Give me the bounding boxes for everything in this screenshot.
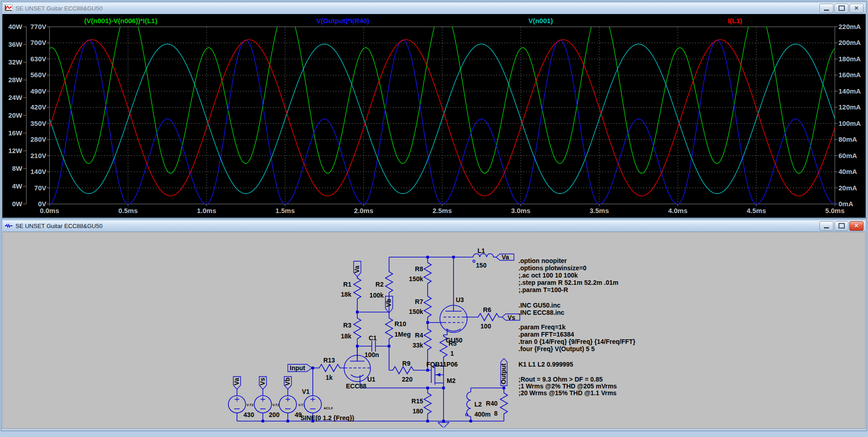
ground-icon[interactable] (438, 422, 449, 427)
svg-text:ECC88: ECC88 (346, 382, 366, 390)
maximize-button[interactable] (834, 4, 848, 13)
minimize-button[interactable] (819, 4, 833, 13)
resistor-R15[interactable]: R15 180 (411, 392, 431, 415)
maximize-icon (838, 5, 845, 11)
flag-vs-r6[interactable]: Vs (502, 314, 520, 321)
plot-area[interactable]: (V(n001)-V(n006))*I(L1) V(Output)*I(R40)… (2, 14, 866, 218)
axis-tick-label: 20W (8, 111, 23, 119)
svg-text:;Rout = 9.3 Ohm > DF = 0.85[interactable]: ;Rout = 9.3 Ohm > DF = 0.85 (518, 376, 603, 383)
svg-text:.INC ECC88.inc[interactable]: .INC ECC88.inc (518, 309, 564, 316)
resistor-R9[interactable]: R9 220 (391, 360, 415, 383)
axis-tick-label: 560V (30, 71, 46, 79)
svg-text:180: 180 (413, 407, 424, 415)
waveform-icon (5, 5, 13, 12)
svg-text:AC1.0: AC1.0 (324, 407, 333, 410)
axis-tick-label: 630V (30, 55, 46, 63)
axis-tick-label: 4W (12, 182, 23, 190)
flag-input[interactable]: Input (288, 364, 312, 372)
svg-text:;.step param R 52.1m 52.2m .01[interactable]: ;.step param R 52.1m 52.2m .01m (518, 279, 618, 286)
resistor-R1[interactable]: R1 18k (341, 277, 361, 300)
svg-text:;20 Wrms @15% THD @1.1 Vrms[interactable]: ;20 Wrms @15% THD @1.1 Vrms (518, 389, 616, 397)
svg-text:150: 150 (476, 262, 487, 269)
svg-text:;.ac oct 100 10 100k[interactable]: ;.ac oct 100 10 100k (518, 272, 578, 279)
svg-text:200: 200 (269, 411, 280, 418)
svg-text:.options plotwinsize=0[interactable]: .options plotwinsize=0 (518, 264, 587, 272)
close-button[interactable]: ✕ (849, 221, 863, 231)
axis-tick-label: 60mA (838, 152, 857, 159)
mosfet-M2[interactable]: FQB11P06 M2 (426, 361, 458, 385)
svg-text:.param Freq=1k[interactable]: .param Freq=1k (518, 323, 566, 331)
svg-text:.four {Freq} V(Output) 5 5[interactable]: .four {Freq} V(Output) 5 5 (518, 345, 595, 353)
svg-text:.param FFT=16384[interactable]: .param FFT=16384 (518, 331, 574, 338)
legend-trace-current[interactable]: I(L1) (728, 17, 742, 25)
svg-text:150k: 150k (409, 308, 423, 315)
axis-tick-label: 40mA (838, 168, 857, 175)
axis-tick-label: 8W (12, 164, 23, 172)
voltage-source-V1[interactable]: AC1.0 V1 SINE(0 1.2 {Freq}) (301, 388, 354, 422)
axis-tick-label: 32W (8, 58, 23, 66)
component-value: 18k (341, 291, 352, 298)
spice-directives[interactable]: .option noopiter .options plotwinsize=0 … (518, 257, 636, 397)
svg-text:R10: R10 (395, 320, 406, 328)
svg-text:Input: Input (290, 364, 306, 372)
close-icon: ✕ (854, 5, 858, 11)
svg-text:.INC GU50.inc[interactable]: .INC GU50.inc (518, 302, 561, 309)
svg-text:K1 L1 L2 0.999995[interactable]: K1 L1 L2 0.999995 (518, 361, 573, 368)
inductor-L1[interactable]: L1 150 (473, 247, 494, 269)
axis-tick-label: 70V (34, 184, 46, 192)
svg-text:18k: 18k (341, 333, 352, 340)
svg-text:;1 Wrms @2% THD @205 mVrms[interactable]: ;1 Wrms @2% THD @205 mVrms (518, 382, 617, 390)
svg-text:.tran 0 {14/Freq} {9/Freq} {14[interactable]: .tran 0 {14/Freq} {9/Freq} {14/Freq/FFT} (518, 338, 636, 345)
flag-va-top[interactable]: Va (353, 261, 361, 277)
flag-src-vb[interactable]: Vb (284, 377, 291, 389)
svg-text:Vb: Vb (284, 377, 291, 386)
resistor-R13[interactable]: R13 1k (318, 357, 341, 381)
maximize-button[interactable] (834, 221, 848, 231)
axis-tick-label: 3.5ms (590, 207, 609, 214)
svg-text:;.param T=100-R[interactable]: ;.param T=100-R (518, 286, 568, 293)
minimize-button[interactable] (819, 221, 833, 231)
legend-trace-power-tube[interactable]: (V(n001)-V(n006))*I(L1) (84, 17, 158, 25)
resistor-R6[interactable]: R6 100 (477, 306, 500, 330)
schematic-titlebar[interactable]: SE UNSET Guitar ECC88&GU50 ✕ (2, 220, 866, 232)
axis-tick-label: 4.5ms (747, 207, 766, 214)
svg-text:1Meg: 1Meg (395, 331, 411, 338)
svg-text:1: 1 (450, 350, 454, 357)
schematic-canvas[interactable]: R1 18k R2 100k R3 18k R8 150k (2, 232, 866, 429)
resistor-R3[interactable]: R3 18k (341, 317, 361, 340)
axis-tick-label: 4.0ms (668, 207, 688, 214)
legend-trace-voltage[interactable]: V(n001) (528, 17, 553, 25)
sine-directive: SINE(0 1.2 {Freq}) (301, 414, 354, 422)
close-button[interactable]: ✕ (849, 4, 863, 13)
axis-tick-label: 120mA (838, 103, 861, 111)
waveform-window[interactable]: SE UNSET Guitar ECC88&GU50 ✕ (V(n001)-V(… (1, 1, 867, 218)
axis-tick-label: 0.5ms (118, 207, 138, 214)
voltage-source-va[interactable]: V-T3 430 (228, 396, 254, 418)
flag-va-l1[interactable]: Va (496, 253, 514, 261)
voltage-source-vs[interactable]: V-T2 200 (254, 396, 280, 418)
axis-tick-label: 490V (30, 87, 46, 95)
axis-tick-label: 2.0ms (354, 207, 374, 214)
resistor-R8[interactable]: R8 150k (409, 261, 431, 285)
legend-trace-power-out[interactable]: V(Output)*I(R40) (316, 17, 370, 25)
svg-text:M2: M2 (447, 377, 456, 384)
minimize-icon (824, 10, 829, 11)
waveform-plot[interactable]: 40W36W32W28W24W20W16W12W8W4W0W770V220mA7… (2, 14, 866, 216)
svg-text:.option noopiter[interactable]: .option noopiter (518, 257, 567, 264)
resistor-R4[interactable]: R4 33k (413, 328, 431, 351)
svg-text:R2: R2 (375, 281, 384, 288)
axis-tick-label: 770V (30, 23, 46, 30)
waveform-titlebar[interactable]: SE UNSET Guitar ECC88&GU50 ✕ (2, 2, 866, 14)
svg-text:R3: R3 (343, 322, 351, 329)
axis-tick-label: 1.0ms (197, 207, 217, 214)
axis-tick-label: 420V (30, 103, 46, 111)
axis-tick-label: 210V (30, 152, 46, 159)
component-name: R1 (343, 281, 351, 288)
flag-output[interactable]: Output (500, 358, 507, 386)
resistor-R10[interactable]: R10 1Meg (385, 317, 411, 340)
resistor-R7[interactable]: R7 150k (409, 295, 431, 318)
schematic-window[interactable]: SE UNSET Guitar ECC88&GU50 ✕ (1, 218, 867, 431)
flag-src-va[interactable]: Va (233, 377, 241, 389)
flag-src-vs[interactable]: Vs (259, 377, 266, 389)
axis-tick-label: 350V (30, 119, 46, 127)
